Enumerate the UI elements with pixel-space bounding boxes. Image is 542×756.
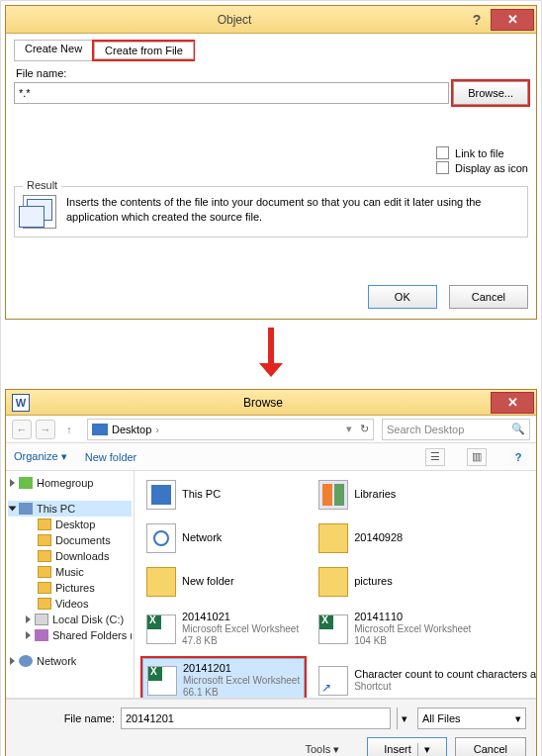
file-item[interactable]: New folder: [142, 564, 305, 600]
file-name: 20141021: [182, 611, 299, 623]
file-name: 20141201: [183, 662, 300, 675]
sidebar-item-desktop[interactable]: Desktop: [8, 517, 132, 532]
tab-strip: Create New Create from File: [14, 40, 528, 61]
file-item[interactable]: This PC: [142, 477, 305, 513]
address-bar[interactable]: Desktop › ▾ ↻: [87, 419, 374, 440]
sidebar-item-homegroup[interactable]: Homegroup: [8, 475, 132, 491]
pc-icon: [146, 480, 176, 510]
highlight-create-from-file: Create from File: [92, 40, 195, 61]
sidebar-item-this-pc[interactable]: This PC: [8, 501, 132, 517]
tools-menu[interactable]: Tools ▾: [305, 743, 339, 756]
sidebar-item-network[interactable]: Network: [8, 653, 132, 669]
file-name: pictures: [354, 575, 393, 588]
browse-close-button[interactable]: ✕: [491, 392, 534, 414]
cancel-button[interactable]: Cancel: [449, 285, 528, 309]
browse-toolbar: Organize ▾ New folder ☰ ▥ ?: [6, 443, 536, 471]
search-input[interactable]: Search Desktop 🔍: [382, 419, 530, 440]
titlebar: Object ? ✕: [6, 6, 536, 34]
file-name: 20140928: [354, 531, 403, 544]
filename-input[interactable]: [121, 708, 391, 729]
insert-button[interactable]: Insert▾: [367, 737, 447, 756]
display-as-icon-checkbox[interactable]: [436, 161, 449, 174]
file-name: New folder: [182, 575, 234, 588]
tab-create-from-file[interactable]: Create from File: [94, 42, 194, 59]
address-dropdown-icon[interactable]: ▾: [346, 423, 352, 435]
desktop-icon: [92, 424, 108, 435]
filename-label: File name:: [16, 712, 115, 724]
net-icon: [146, 523, 176, 553]
browse-cancel-button[interactable]: Cancel: [455, 737, 526, 756]
tab-create-new[interactable]: Create New: [14, 40, 93, 61]
xls-icon: [318, 614, 348, 644]
folder-icon: [318, 567, 348, 597]
link-to-file-checkbox[interactable]: [436, 146, 449, 159]
insert-split-icon[interactable]: ▾: [417, 743, 430, 756]
view-details-icon[interactable]: ▥: [467, 448, 487, 466]
file-size: 47.8 KB: [182, 635, 299, 647]
sidebar-item-documents[interactable]: Documents: [8, 532, 132, 548]
nav-forward-icon[interactable]: →: [36, 420, 55, 439]
link-to-file-label: Link to file: [455, 147, 504, 159]
file-list: This PCLibrariesNetwork20140928New folde…: [135, 471, 536, 698]
new-folder-button[interactable]: New folder: [85, 451, 137, 463]
refresh-icon[interactable]: ↻: [360, 423, 369, 435]
filename-input[interactable]: [14, 82, 449, 104]
sidebar-item-downloads[interactable]: Downloads: [8, 548, 132, 564]
lib-icon: [318, 480, 348, 510]
browse-title: Browse: [36, 396, 491, 410]
folder-icon: [146, 567, 176, 597]
browse-titlebar: W Browse ✕: [6, 390, 536, 416]
word-app-icon: W: [12, 394, 30, 412]
sidebar-item-videos[interactable]: Videos: [8, 596, 132, 612]
nav-back-icon[interactable]: ←: [12, 420, 32, 439]
file-item[interactable]: 20140928: [315, 520, 536, 556]
file-type: Microsoft Excel Worksheet: [183, 675, 300, 687]
folder-icon: [318, 523, 348, 553]
nav-up-icon[interactable]: ↑: [59, 420, 79, 439]
nav-bar: ← → ↑ Desktop › ▾ ↻ Search Desktop 🔍: [6, 416, 536, 443]
ok-button[interactable]: OK: [368, 285, 437, 309]
file-item[interactable]: Libraries: [315, 477, 536, 513]
help-icon[interactable]: ?: [508, 448, 528, 466]
view-large-icon[interactable]: ☰: [425, 448, 445, 466]
xls-icon: [147, 666, 177, 696]
object-dialog: Object ? ✕ Create New Create from File F…: [5, 5, 537, 320]
file-item[interactable]: Network: [142, 520, 305, 556]
search-icon: 🔍: [511, 423, 525, 435]
sc-icon: [318, 666, 348, 696]
file-name: Network: [182, 531, 222, 544]
result-icon: [23, 195, 56, 229]
sidebar-item-pictures[interactable]: Pictures: [8, 580, 132, 596]
browse-dialog: W Browse ✕ ← → ↑ Desktop › ▾ ↻ Search De…: [5, 389, 537, 756]
close-button[interactable]: ✕: [491, 9, 534, 31]
file-filter-dropdown[interactable]: All Files▾: [417, 708, 526, 729]
sidebar-item-shared[interactable]: Shared Folders (\\: [8, 627, 132, 643]
file-name: Libraries: [354, 488, 396, 501]
result-legend: Result: [23, 179, 61, 191]
filename-dropdown-icon[interactable]: ▾: [397, 708, 411, 729]
result-group: Result Inserts the contents of the file …: [14, 186, 528, 237]
chevron-down-icon: ▾: [515, 712, 521, 725]
file-item[interactable]: pictures: [315, 564, 536, 600]
flow-arrow: [5, 320, 537, 389]
browse-button[interactable]: Browse...: [453, 81, 528, 105]
help-icon[interactable]: ?: [463, 12, 491, 28]
file-item[interactable]: Character count to count characters and …: [315, 658, 536, 698]
address-text: Desktop: [112, 424, 151, 435]
sidebar-item-local-disk[interactable]: Local Disk (C:): [8, 612, 132, 627]
file-type: Microsoft Excel Worksheet: [182, 623, 299, 635]
file-item[interactable]: 20141110Microsoft Excel Worksheet104 KB: [315, 608, 536, 650]
browse-footer: File name: ▾ All Files▾ Tools ▾ Insert▾ …: [6, 699, 536, 756]
file-item[interactable]: 20141021Microsoft Excel Worksheet47.8 KB: [142, 608, 305, 650]
display-as-icon-label: Display as icon: [455, 162, 528, 174]
file-name: This PC: [182, 488, 221, 501]
xls-icon: [146, 614, 176, 644]
result-text: Inserts the contents of the file into yo…: [66, 195, 519, 225]
filename-label: File name:: [16, 67, 528, 79]
file-type: Shortcut: [354, 681, 536, 693]
sidebar-item-music[interactable]: Music: [8, 564, 132, 580]
breadcrumb-chevron-icon[interactable]: ›: [155, 424, 159, 435]
file-item[interactable]: 20141201Microsoft Excel Worksheet66.1 KB: [142, 658, 305, 698]
organize-menu[interactable]: Organize ▾: [14, 450, 67, 463]
file-size: 66.1 KB: [183, 687, 300, 698]
